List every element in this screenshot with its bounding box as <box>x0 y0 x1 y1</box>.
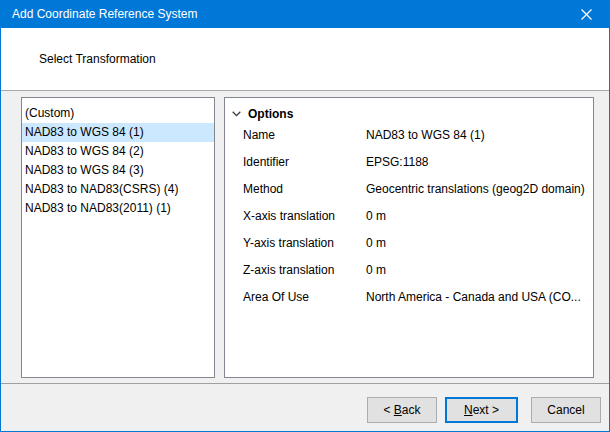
list-item[interactable]: (Custom) <box>22 104 214 123</box>
option-row: Z-axis translation0 m <box>225 263 593 290</box>
options-header-label: Options <box>248 107 293 121</box>
option-value: Geocentric translations (geog2D domain) <box>366 182 593 196</box>
chevron-down-icon <box>232 111 241 117</box>
list-item[interactable]: NAD83 to NAD83(2011) (1) <box>22 199 214 218</box>
option-label: Z-axis translation <box>243 263 366 277</box>
wizard-subtitle: Select Transformation <box>39 52 156 66</box>
close-button[interactable] <box>564 0 609 28</box>
option-row: MethodGeocentric translations (geog2D do… <box>225 182 593 209</box>
option-value: 0 m <box>366 209 593 223</box>
option-value: 0 m <box>366 236 593 250</box>
option-label: X-axis translation <box>243 209 366 223</box>
option-row: Y-axis translation0 m <box>225 236 593 263</box>
option-value: NAD83 to WGS 84 (1) <box>366 128 593 142</box>
title-bar: Add Coordinate Reference System <box>1 0 609 28</box>
list-item[interactable]: NAD83 to NAD83(CSRS) (4) <box>22 180 214 199</box>
button-bar: < Back Next > Cancel <box>1 383 609 431</box>
option-value: North America - Canada and USA (CO... <box>366 290 593 304</box>
option-row: Area Of UseNorth America - Canada and US… <box>225 290 593 317</box>
option-label: Identifier <box>243 155 366 169</box>
option-label: Y-axis translation <box>243 236 366 250</box>
wizard-header: Select Transformation <box>1 28 609 91</box>
list-item[interactable]: NAD83 to WGS 84 (3) <box>22 161 214 180</box>
options-panel: Options NameNAD83 to WGS 84 (1)Identifie… <box>224 97 594 378</box>
list-item[interactable]: NAD83 to WGS 84 (2) <box>22 142 214 161</box>
cancel-button[interactable]: Cancel <box>531 397 601 423</box>
option-row: NameNAD83 to WGS 84 (1) <box>225 128 593 155</box>
option-label: Method <box>243 182 366 196</box>
option-value: 0 m <box>366 263 593 277</box>
list-item[interactable]: NAD83 to WGS 84 (1) <box>22 123 214 142</box>
option-label: Name <box>243 128 366 142</box>
dialog-window: Add Coordinate Reference System Select T… <box>0 0 610 432</box>
option-row: IdentifierEPSG:1188 <box>225 155 593 182</box>
option-value: EPSG:1188 <box>366 155 593 169</box>
options-rows: NameNAD83 to WGS 84 (1)IdentifierEPSG:11… <box>225 128 593 317</box>
close-icon <box>581 9 592 20</box>
wizard-page: (Custom)NAD83 to WGS 84 (1)NAD83 to WGS … <box>1 91 609 383</box>
next-button[interactable]: Next > <box>445 397 518 423</box>
back-button[interactable]: < Back <box>367 397 437 423</box>
window-title: Add Coordinate Reference System <box>1 7 197 21</box>
option-row: X-axis translation0 m <box>225 209 593 236</box>
option-label: Area Of Use <box>243 290 366 304</box>
options-group-header[interactable]: Options <box>225 98 593 121</box>
transformation-list[interactable]: (Custom)NAD83 to WGS 84 (1)NAD83 to WGS … <box>21 97 215 378</box>
